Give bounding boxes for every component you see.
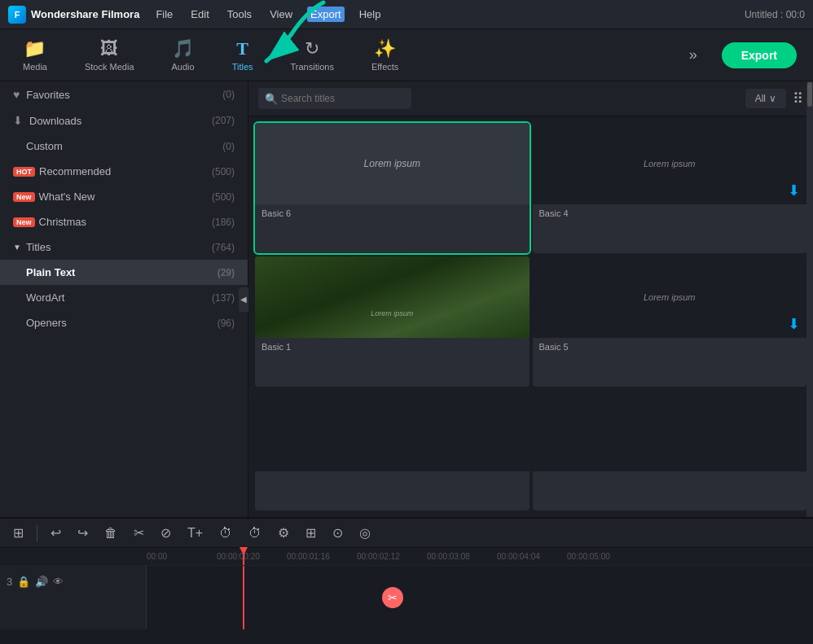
speed-button[interactable]: ⏱ (216, 524, 235, 542)
main-content: ♥ Favorites (0) ⬇ Downloads (207) Custom… (0, 81, 813, 517)
playhead-circle[interactable]: ✂ (382, 587, 403, 608)
item5-label (255, 471, 530, 480)
grid-view-button[interactable]: ⠿ (793, 90, 803, 107)
toolbar-divider-1 (37, 525, 37, 541)
menu-help[interactable]: Help (356, 7, 385, 22)
search-wrapper: 🔍 (258, 88, 739, 109)
scrollbar-thumb (807, 82, 812, 107)
cut-button[interactable]: ✂ (130, 524, 147, 542)
sidebar-whats-new-count: (500) (212, 191, 235, 203)
filter-arrow-icon: ∨ (769, 93, 776, 104)
timeline-area: ⊞ ↩ ↪ 🗑 ✂ ⊘ T+ ⏱ ⏱ ⚙ ⊞ ⊙ ◎ 00:00 00:00:0… (0, 517, 813, 644)
menu-export[interactable]: Export (307, 7, 345, 22)
toolbar-titles-label: Titles (232, 62, 253, 72)
menu-file[interactable]: File (152, 7, 176, 22)
sidebar-item-whats-new[interactable]: New What's New (500) (0, 184, 248, 209)
sidebar-custom-label: Custom (26, 140, 63, 152)
track-controls: 3 🔒 🔊 👁 (0, 566, 147, 629)
basic1-preview-text: Lorem ipsum (371, 309, 413, 318)
item6-thumbnail (533, 390, 807, 471)
crop-button[interactable]: ⊘ (157, 524, 174, 542)
menu-items: File Edit Tools View Export Help (152, 7, 384, 22)
sidebar-item-favorites[interactable]: ♥ Favorites (0) (0, 81, 248, 107)
titles-icon: T (236, 38, 248, 59)
sidebar-wordart-count: (137) (212, 292, 235, 304)
track-audio-icon[interactable]: 🔊 (35, 576, 48, 588)
toolbar-media[interactable]: 📁 Media (16, 35, 54, 75)
sidebar-favorites-count: (0) (222, 89, 235, 100)
toolbar-more-btn[interactable]: » (689, 46, 697, 64)
filter-btn2[interactable]: ⊙ (329, 524, 346, 542)
sidebar-downloads-label: Downloads (29, 115, 81, 127)
ruler-mark-5: 00:00:04:04 (497, 552, 567, 561)
undo-button[interactable]: ↩ (47, 524, 64, 542)
sidebar-item-openers[interactable]: Openers (96) (0, 310, 248, 335)
sidebar-item-titles[interactable]: ▼ Titles (764) (0, 234, 248, 260)
ruler-mark-6: 00:00:05:00 (567, 552, 637, 561)
sidebar-item-christmas[interactable]: New Christmas (186) (0, 209, 248, 234)
panel-collapse-tab[interactable]: ◀ (239, 287, 248, 312)
toolbar-titles[interactable]: T Titles (226, 35, 260, 75)
grid-item-basic1[interactable]: Lorem ipsum Basic 1 (255, 256, 530, 387)
sidebar-christmas-label: Christmas (39, 216, 87, 228)
track-control-row1: 3 🔒 🔊 👁 (7, 569, 139, 594)
redo-button[interactable]: ↪ (74, 524, 91, 542)
app-logo-icon: F (8, 6, 26, 24)
grid-item-basic6[interactable]: Lorem ipsum Basic 6 (255, 123, 530, 253)
sidebar-whats-new-label: What's New (39, 191, 95, 203)
sidebar-recommended-label: Recommended (39, 165, 111, 177)
search-bar: 🔍 All ∨ ⠿ (248, 81, 813, 116)
equalizer-button[interactable]: ⚙ (275, 524, 292, 542)
sidebar-item-recommended[interactable]: HOT Recommended (500) (0, 159, 248, 184)
audio-wave-button[interactable]: ⊞ (302, 524, 319, 542)
toolbar-effects-label: Effects (371, 62, 398, 72)
ruler-mark-4: 00:00:03:08 (427, 552, 497, 561)
basic4-label: Basic 4 (533, 204, 807, 222)
menu-tools[interactable]: Tools (224, 7, 255, 22)
effects-icon: ✨ (374, 38, 396, 59)
filter-button[interactable]: All ∨ (745, 89, 786, 108)
toolbar-stock-media[interactable]: 🖼 Stock Media (78, 35, 141, 75)
toolbar-media-label: Media (23, 62, 47, 72)
sidebar-christmas-count: (186) (212, 217, 235, 228)
content-scrollbar[interactable] (806, 81, 813, 517)
export-button[interactable]: Export (722, 42, 797, 68)
sidebar-item-custom[interactable]: Custom (0) (0, 134, 248, 159)
timeline-playhead-line (243, 548, 244, 565)
window-title: Untitled : 00:0 (745, 9, 805, 20)
grid-item-basic5[interactable]: Lorem ipsum ⬇ Basic 5 (533, 256, 807, 387)
menu-edit[interactable]: Edit (187, 7, 212, 22)
menu-view[interactable]: View (266, 7, 296, 22)
ruler-mark-3: 00:00:02:12 (357, 552, 427, 561)
sidebar-item-downloads[interactable]: ⬇ Downloads (207) (0, 107, 248, 134)
toolbar-transitions-label: Transitions (291, 62, 334, 72)
title-add-button[interactable]: T+ (184, 524, 206, 542)
rotate-button[interactable]: ◎ (356, 524, 374, 542)
audio-icon: 🎵 (172, 38, 194, 59)
favorites-icon: ♥ (13, 88, 20, 101)
track-num-icon: 3 (7, 576, 12, 588)
content-panel: ◀ 🔍 All ∨ ⠿ Lorem ipsum Basic 6 (248, 81, 813, 517)
stock-media-icon: 🖼 (100, 38, 118, 59)
timer-button[interactable]: ⏱ (245, 524, 265, 542)
toolbar-audio[interactable]: 🎵 Audio (165, 35, 201, 75)
sidebar-openers-label: Openers (26, 317, 67, 329)
track-eye-icon[interactable]: 👁 (53, 576, 64, 588)
basic5-download-icon[interactable]: ⬇ (788, 315, 800, 333)
toolbar-effects[interactable]: ✨ Effects (365, 35, 405, 75)
basic4-download-icon[interactable]: ⬇ (788, 182, 800, 199)
delete-button[interactable]: 🗑 (101, 524, 121, 542)
sidebar-item-plain-text[interactable]: Plain Text (29) (0, 260, 248, 285)
sidebar-item-wordart[interactable]: WordArt (137) (0, 285, 248, 310)
toolbar-transitions[interactable]: ↻ Transitions (284, 35, 341, 75)
search-input[interactable] (258, 88, 411, 109)
basic6-thumbnail: Lorem ipsum (255, 123, 530, 204)
grid-item-6[interactable] (533, 390, 807, 510)
track-lock-icon[interactable]: 🔒 (17, 576, 30, 588)
sidebar: ♥ Favorites (0) ⬇ Downloads (207) Custom… (0, 81, 248, 517)
ruler-mark-0: 00:00 (147, 552, 217, 561)
timeline-grid-btn[interactable]: ⊞ (10, 524, 27, 542)
grid-item-5[interactable] (255, 390, 530, 510)
grid-item-basic4[interactable]: Lorem ipsum ⬇ Basic 4 (533, 123, 807, 253)
menu-bar: F Wondershare Filmora File Edit Tools Vi… (0, 0, 813, 29)
